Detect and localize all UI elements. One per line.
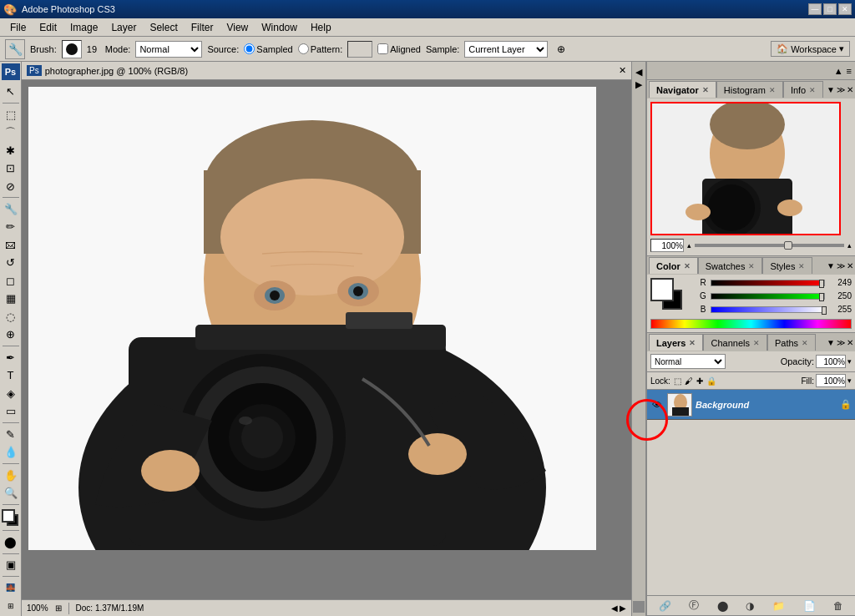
color-tab[interactable]: Color ✕ xyxy=(649,257,698,274)
collapse-btn[interactable]: ◀ xyxy=(635,67,642,78)
panel-collapse-icon[interactable]: ▲ xyxy=(834,66,843,76)
color-swatches[interactable] xyxy=(2,509,20,526)
layer-visibility-toggle[interactable]: 👁 xyxy=(650,398,664,412)
mode-select[interactable]: Normal Multiply Screen xyxy=(135,41,202,58)
menu-edit[interactable]: Edit xyxy=(33,20,63,35)
pattern-radio[interactable] xyxy=(298,43,309,54)
styles-close[interactable]: ✕ xyxy=(798,262,805,270)
blur-tool[interactable]: ◌ xyxy=(2,308,20,326)
nav-close-panel-icon[interactable]: ✕ xyxy=(847,85,853,94)
layers-minimize-icon[interactable]: ▼ xyxy=(827,338,835,347)
toggle-view-btn[interactable]: ⊞ xyxy=(2,597,20,614)
layers-close[interactable]: ✕ xyxy=(689,339,696,347)
opacity-input[interactable] xyxy=(816,355,846,368)
lock-all-icon[interactable]: 🔒 xyxy=(706,376,716,386)
fill-input[interactable] xyxy=(816,374,846,387)
quick-mask-btn[interactable]: ⬤ xyxy=(2,533,20,551)
navigator-close[interactable]: ✕ xyxy=(702,86,709,94)
window-controls[interactable]: — □ ✕ xyxy=(808,3,852,15)
lasso-tool[interactable]: ⌒ xyxy=(2,124,20,141)
histogram-tab[interactable]: Histogram ✕ xyxy=(716,81,783,98)
pattern-preview[interactable] xyxy=(347,41,372,58)
pen-tool[interactable]: ✒ xyxy=(2,349,20,366)
background-layer-row[interactable]: 👁 Background 🔒 xyxy=(647,390,855,420)
nav-zoom-input[interactable] xyxy=(650,239,684,252)
menu-filter[interactable]: Filter xyxy=(185,20,220,35)
type-tool[interactable]: T xyxy=(2,367,20,385)
quick-select-tool[interactable]: ✱ xyxy=(2,142,20,159)
new-layer-btn[interactable]: 📄 xyxy=(803,600,816,612)
brush-tool[interactable]: ✏ xyxy=(2,219,20,236)
menu-file[interactable]: File xyxy=(3,20,33,35)
histogram-close[interactable]: ✕ xyxy=(769,86,776,94)
brush-preview[interactable] xyxy=(62,40,82,58)
zoom-tool[interactable]: 🔍 xyxy=(2,484,20,502)
layer-style-btn[interactable]: Ⓕ xyxy=(689,598,699,613)
link-layers-btn[interactable]: 🔗 xyxy=(659,600,671,612)
nav-menu-icon[interactable]: ≫ xyxy=(837,85,845,94)
canvas-content[interactable] xyxy=(22,80,631,599)
layers-menu-icon[interactable]: ≫ xyxy=(837,338,845,347)
paths-close[interactable]: ✕ xyxy=(802,339,808,347)
zoom-slider[interactable] xyxy=(695,244,844,247)
menu-view[interactable]: View xyxy=(220,20,255,35)
swatches-tab[interactable]: Swatches ✕ xyxy=(698,257,763,274)
delete-layer-btn[interactable]: 🗑 xyxy=(833,600,843,612)
sampled-radio[interactable] xyxy=(244,43,255,54)
workspace-button[interactable]: 🏠 Workspace ▾ xyxy=(771,41,850,57)
aligned-checkbox[interactable] xyxy=(377,43,388,54)
channels-close[interactable]: ✕ xyxy=(753,339,760,347)
eraser-tool[interactable]: ◻ xyxy=(2,272,20,290)
aligned-checkbox-label[interactable]: Aligned xyxy=(377,43,421,54)
zoom-controls[interactable]: ⊞ xyxy=(55,603,62,613)
notes-tool[interactable]: ✎ xyxy=(2,426,20,443)
layers-tab[interactable]: Layers ✕ xyxy=(649,334,703,351)
slice-tool[interactable]: ⊘ xyxy=(2,178,20,195)
menu-image[interactable]: Image xyxy=(63,20,104,35)
styles-tab[interactable]: Styles ✕ xyxy=(762,257,812,274)
marquee-tool[interactable]: ⬚ xyxy=(2,106,20,124)
menu-window[interactable]: Window xyxy=(255,20,304,35)
layers-close-panel-icon[interactable]: ✕ xyxy=(847,338,853,347)
g-slider[interactable] xyxy=(711,293,825,300)
expand-btn[interactable]: ▶ xyxy=(635,79,642,90)
blend-mode-select[interactable]: Normal xyxy=(650,354,726,369)
paths-tab[interactable]: Paths ✕ xyxy=(767,334,816,351)
color-minimize-icon[interactable]: ▼ xyxy=(827,261,835,270)
minimize-btn[interactable]: — xyxy=(808,3,822,15)
dodge-tool[interactable]: ⊕ xyxy=(2,326,20,344)
path-select-tool[interactable]: ◈ xyxy=(2,385,20,402)
color-close[interactable]: ✕ xyxy=(684,262,691,270)
hand-tool[interactable]: ✋ xyxy=(2,467,20,484)
sample-select[interactable]: Current Layer All Layers xyxy=(464,41,548,58)
scroll-controls[interactable]: ◀ ▶ xyxy=(611,603,626,613)
crop-tool[interactable]: ⊡ xyxy=(2,159,20,177)
pattern-radio-label[interactable]: Pattern: xyxy=(298,43,343,54)
bridge-btn[interactable]: 🌉 xyxy=(2,579,20,597)
menu-layer[interactable]: Layer xyxy=(104,20,143,35)
panel-menu-icon[interactable]: ≡ xyxy=(847,66,852,76)
spectrum-bar[interactable] xyxy=(650,319,852,329)
sampled-radio-label[interactable]: Sampled xyxy=(244,43,292,54)
canvas-close[interactable]: ✕ xyxy=(619,65,626,76)
lock-move-icon[interactable]: ✚ xyxy=(696,376,703,386)
close-btn[interactable]: ✕ xyxy=(838,3,852,15)
lock-transparent-icon[interactable]: ⬚ xyxy=(674,376,681,386)
screen-mode-btn[interactable]: ▣ xyxy=(2,557,20,574)
maximize-btn[interactable]: □ xyxy=(823,3,837,15)
layer-mask-btn[interactable]: ⬤ xyxy=(717,600,728,612)
new-group-btn[interactable]: 📁 xyxy=(772,600,785,612)
lock-paint-icon[interactable]: 🖌 xyxy=(685,376,693,386)
nav-minimize-icon[interactable]: ▼ xyxy=(827,85,835,94)
swatches-close[interactable]: ✕ xyxy=(748,262,755,270)
fill-arrow[interactable]: ▾ xyxy=(847,376,852,385)
color-swatches-display[interactable] xyxy=(650,278,692,315)
move-tool[interactable]: ↖ xyxy=(2,83,20,100)
history-brush-tool[interactable]: ↺ xyxy=(2,255,20,272)
clone-stamp-tool[interactable]: 🖂 xyxy=(2,236,20,254)
eyedropper-tool[interactable]: 💧 xyxy=(2,444,20,462)
r-slider[interactable] xyxy=(711,280,825,286)
info-tab[interactable]: Info ✕ xyxy=(783,81,823,98)
menu-select[interactable]: Select xyxy=(143,20,184,35)
b-slider[interactable] xyxy=(711,306,825,313)
